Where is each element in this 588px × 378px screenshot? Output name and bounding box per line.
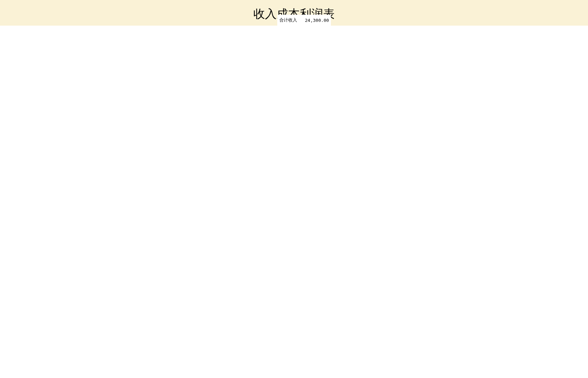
total-income-value: 24,300.00 (303, 15, 331, 26)
total-income-row: 合计收入 24,300.00 (277, 15, 331, 26)
total-income-label: 合计收入 (277, 15, 303, 26)
